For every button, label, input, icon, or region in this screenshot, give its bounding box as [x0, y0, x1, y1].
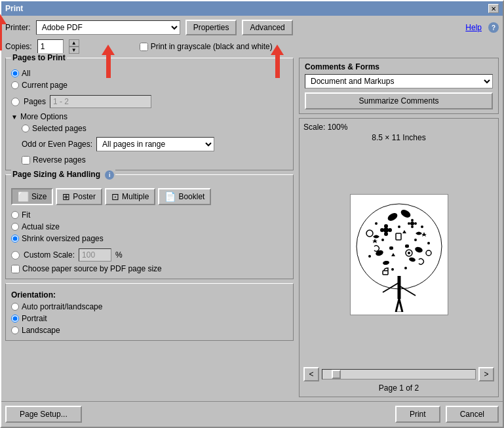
- svg-point-8: [380, 228, 384, 232]
- landscape-label: Landscape: [22, 326, 60, 335]
- reverse-pages-checkbox[interactable]: [22, 156, 30, 165]
- choose-paper-checkbox[interactable]: [11, 265, 20, 273]
- print-button[interactable]: Print: [395, 406, 440, 423]
- scale-unit: %: [115, 250, 123, 260]
- svg-point-35: [404, 267, 407, 269]
- selected-pages-radio-item: Selected pages: [22, 124, 288, 133]
- properties-button[interactable]: Properties: [185, 20, 237, 35]
- copies-up-arrow[interactable]: ▲: [69, 39, 79, 47]
- poster-icon: ⊞: [62, 191, 70, 202]
- left-panel: Pages to Print All Current page Pages: [5, 58, 294, 397]
- title-bar: Print ✕: [1, 1, 503, 16]
- comments-forms-title: Comments & Forms: [305, 62, 493, 71]
- printer-select[interactable]: Adobe PDF: [36, 20, 180, 35]
- auto-orientation-item: Auto portrait/landscape: [11, 302, 288, 311]
- copies-row: Copies: ▲ ▼ Print in grayscale (black an…: [5, 39, 499, 54]
- actual-size-radio-item: Actual size: [11, 222, 288, 231]
- more-options-header[interactable]: ▼ More Options: [11, 112, 288, 121]
- orientation-title: Orientation:: [11, 290, 288, 300]
- pages-radio-group: All Current page Pages: [11, 69, 288, 165]
- tree-preview-svg: [353, 197, 445, 312]
- pages-radio-label: Pages: [24, 97, 46, 106]
- next-page-button[interactable]: >: [478, 367, 494, 381]
- svg-marker-18: [421, 232, 427, 237]
- more-options-label: More Options: [20, 112, 68, 121]
- more-options-triangle: ▼: [11, 113, 18, 121]
- cancel-button[interactable]: Cancel: [446, 406, 499, 423]
- page-sizing-group: Page Sizing & Handling i ⬜ Size ⊞ Poster: [5, 174, 294, 279]
- svg-line-4: [383, 282, 399, 292]
- grayscale-label: Print in grayscale (black and white): [151, 42, 273, 51]
- multiple-button[interactable]: ⊡ Multiple: [105, 188, 155, 205]
- svg-line-5: [399, 286, 416, 296]
- preview-page: [350, 194, 448, 315]
- sizing-buttons-row: ⬜ Size ⊞ Poster ⊡ Multiple 📄: [11, 188, 288, 205]
- pages-to-print-group: Pages to Print All Current page Pages: [5, 58, 294, 170]
- svg-rect-41: [383, 271, 388, 275]
- svg-point-20: [399, 208, 412, 220]
- actual-size-radio[interactable]: [11, 223, 19, 231]
- bottom-right-buttons: Print Cancel: [395, 406, 499, 423]
- shrink-radio[interactable]: [11, 235, 19, 243]
- custom-scale-label: Custom Scale:: [24, 250, 75, 260]
- pages-radio[interactable]: [11, 98, 20, 106]
- shrink-label: Shrink oversized pages: [22, 234, 104, 243]
- svg-point-7: [383, 227, 389, 233]
- svg-point-10: [384, 224, 388, 228]
- forms-select[interactable]: Document and Markups Document Form Field…: [305, 74, 493, 88]
- all-radio-item: All: [11, 69, 288, 78]
- copies-spinner: ▲ ▼: [69, 39, 79, 54]
- page-slider[interactable]: [322, 369, 476, 379]
- sizing-radio-group: Fit Actual size Shrink oversized pages: [11, 210, 288, 273]
- close-button[interactable]: ✕: [488, 4, 499, 13]
- current-page-radio[interactable]: [11, 81, 19, 89]
- advanced-button[interactable]: Advanced: [242, 20, 292, 35]
- page-sizing-title: Page Sizing & Handling i: [11, 170, 115, 180]
- actual-size-label: Actual size: [22, 222, 60, 231]
- landscape-radio[interactable]: [11, 326, 19, 334]
- page-range-input[interactable]: [50, 95, 151, 108]
- booklet-button[interactable]: 📄 Booklet: [158, 188, 211, 205]
- svg-rect-29: [405, 244, 409, 248]
- all-radio[interactable]: [11, 69, 19, 77]
- svg-point-16: [411, 225, 414, 228]
- portrait-item: Portrait: [11, 314, 288, 323]
- scale-text: Scale: 100%: [303, 123, 494, 132]
- summarize-button[interactable]: Summarize Comments: [305, 92, 493, 109]
- fit-radio-item: Fit: [11, 210, 288, 220]
- help-link[interactable]: Help: [465, 23, 482, 32]
- grayscale-checkbox[interactable]: [140, 43, 148, 51]
- custom-scale-input[interactable]: [79, 248, 111, 262]
- dialog-body: Printer: Adobe PDF Properties Advanced H…: [1, 16, 503, 401]
- odd-even-select[interactable]: All pages in range Odd pages only Even p…: [96, 137, 214, 151]
- svg-marker-17: [372, 239, 378, 243]
- pages-range-row: Pages: [11, 95, 288, 108]
- size-icon: ⬜: [18, 191, 29, 202]
- portrait-radio[interactable]: [11, 315, 19, 322]
- page-setup-button[interactable]: Page Setup...: [5, 406, 82, 423]
- selected-pages-radio[interactable]: [22, 125, 29, 132]
- poster-button[interactable]: ⊞ Poster: [56, 188, 102, 205]
- size-button[interactable]: ⬜ Size: [11, 188, 53, 205]
- page-sizing-info-icon[interactable]: i: [105, 170, 114, 180]
- page-info: Page 1 of 2: [303, 383, 494, 393]
- svg-point-31: [421, 225, 423, 228]
- copies-input[interactable]: [37, 39, 64, 54]
- pages-to-print-title: Pages to Print: [11, 53, 67, 62]
- preview-box: Scale: 100% 8.5 × 11 Inches: [299, 118, 499, 397]
- svg-point-37: [381, 239, 384, 241]
- comments-forms-box: Comments & Forms Document and Markups Do…: [299, 58, 499, 114]
- fit-radio[interactable]: [11, 211, 19, 219]
- auto-orientation-radio[interactable]: [11, 303, 19, 311]
- shrink-radio-item: Shrink oversized pages: [11, 234, 288, 243]
- help-icon[interactable]: ?: [488, 22, 499, 33]
- prev-page-button[interactable]: <: [303, 367, 319, 381]
- copies-down-arrow[interactable]: ▼: [69, 47, 79, 54]
- landscape-item: Landscape: [11, 326, 288, 335]
- custom-scale-radio[interactable]: [11, 251, 20, 260]
- printer-row: Printer: Adobe PDF Properties Advanced H…: [5, 20, 499, 35]
- multiple-icon: ⊡: [111, 191, 119, 202]
- slider-thumb[interactable]: [332, 370, 341, 379]
- svg-rect-25: [396, 233, 401, 240]
- selected-pages-label: Selected pages: [32, 124, 87, 133]
